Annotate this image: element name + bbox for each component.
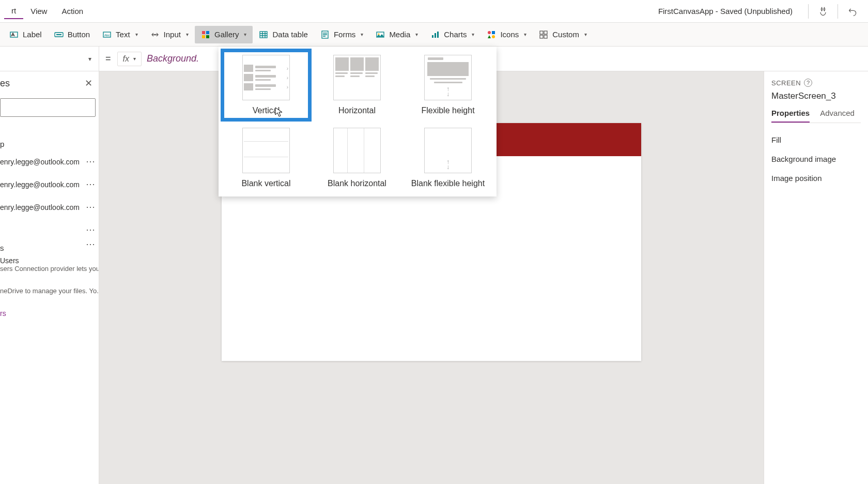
svg-rect-14 xyxy=(432,35,433,38)
equals-sign: = xyxy=(99,53,117,64)
divider xyxy=(838,4,838,19)
gallery-option-vertical[interactable]: › › › Vertical xyxy=(221,49,312,122)
app-checker-icon[interactable] xyxy=(818,6,828,17)
preview-blank-vertical xyxy=(242,128,290,173)
preview-vertical: › › › xyxy=(242,55,290,100)
ribbon-custom-text: Custom xyxy=(552,30,579,39)
more-icon[interactable]: ⋯ xyxy=(86,224,96,233)
svg-rect-7 xyxy=(206,31,209,34)
formula-input[interactable]: Background. xyxy=(147,53,199,64)
list-item[interactable]: enry.legge@outlook.com⋯ xyxy=(0,196,99,219)
svg-rect-24 xyxy=(544,35,547,38)
ribbon-datatable[interactable]: Data table xyxy=(253,26,314,43)
prop-background-image[interactable]: Background image xyxy=(771,149,861,169)
ribbon-charts[interactable]: Charts ▾ xyxy=(424,26,481,43)
screen-name: MasterScreen_3 xyxy=(771,91,861,101)
ribbon-forms[interactable]: Forms ▾ xyxy=(314,26,370,43)
chevron-down-icon: ▾ xyxy=(584,32,587,37)
ribbon-datatable-text: Data table xyxy=(272,30,307,39)
svg-point-17 xyxy=(488,31,491,34)
svg-rect-2 xyxy=(56,34,61,35)
media-icon xyxy=(376,30,385,39)
gallery-option-blank-horizontal[interactable]: Blank horizontal xyxy=(312,122,402,194)
gallery-option-blank-flexible[interactable]: ↑ ↓ Blank flexible height xyxy=(402,122,493,194)
ribbon-button[interactable]: Button xyxy=(48,26,96,43)
list-item[interactable]: Users sers Connection provider lets you … xyxy=(0,254,99,280)
prop-image-position[interactable]: Image position xyxy=(771,169,861,188)
gallery-option-blank-vertical[interactable]: Blank vertical xyxy=(221,122,312,194)
ribbon-input-text: Input xyxy=(164,30,181,39)
help-icon[interactable]: ? xyxy=(804,79,812,87)
undo-icon[interactable] xyxy=(847,6,858,17)
option-label: Blank flexible height xyxy=(411,178,485,188)
preview-horizontal xyxy=(333,55,381,100)
svg-point-5 xyxy=(154,34,156,35)
menu-tab-insert[interactable]: rt xyxy=(4,3,23,19)
svg-marker-19 xyxy=(488,35,491,38)
more-icon[interactable]: ⋯ xyxy=(86,178,96,190)
list-item[interactable]: enry.legge@outlook.com⋯ xyxy=(0,150,99,173)
gallery-option-flexible[interactable]: ↑ ↓ Flexible height xyxy=(402,49,493,122)
property-selector[interactable]: ▾ xyxy=(0,47,99,71)
more-icon[interactable]: ⋯ xyxy=(86,201,96,213)
list-item[interactable]: s⋯ xyxy=(0,233,99,254)
ribbon-media-text: Media xyxy=(389,30,410,39)
ribbon-custom[interactable]: Custom ▾ xyxy=(533,26,593,43)
fx-button[interactable]: fx ▾ xyxy=(117,52,142,66)
chevron-down-icon: ▾ xyxy=(88,55,91,63)
list-item[interactable]: neDrive to manage your files. Yo... xyxy=(0,280,99,302)
option-label: Flexible height xyxy=(421,105,474,115)
search-input[interactable] xyxy=(0,98,96,117)
data-sources-panel: es ✕ p enry.legge@outlook.com⋯ enry.legg… xyxy=(0,71,99,484)
preview-blank-horizontal xyxy=(333,128,381,173)
close-icon[interactable]: ✕ xyxy=(85,78,92,89)
menubar: rt View Action FirstCanvasApp - Saved (U… xyxy=(0,0,868,23)
section-label: SCREEN ? xyxy=(771,79,861,87)
fx-label: fx xyxy=(123,54,129,64)
ribbon-media[interactable]: Media ▾ xyxy=(369,26,424,43)
menu-tab-action[interactable]: Action xyxy=(54,4,90,19)
chevron-down-icon: ▾ xyxy=(186,32,189,37)
tab-advanced[interactable]: Advanced xyxy=(820,109,855,123)
input-icon xyxy=(150,30,160,39)
option-label: Blank horizontal xyxy=(328,178,386,188)
forms-icon xyxy=(320,30,330,39)
arrow-down-icon: ↓ xyxy=(446,163,450,171)
svg-rect-10 xyxy=(260,32,267,38)
svg-rect-22 xyxy=(544,31,547,34)
ribbon-input[interactable]: Input ▾ xyxy=(144,26,195,43)
chevron-down-icon: ▾ xyxy=(524,32,526,37)
svg-rect-15 xyxy=(435,33,436,38)
more-icon[interactable]: ⋯ xyxy=(86,238,96,250)
svg-point-20 xyxy=(492,35,495,38)
gallery-dropdown: › › › Vertical Horizontal ↑ ↓ Flexible h… xyxy=(219,47,497,196)
custom-icon xyxy=(539,30,548,39)
label-icon xyxy=(9,30,19,39)
list-item[interactable]: p xyxy=(0,129,99,150)
chevron-down-icon: ▾ xyxy=(472,32,474,37)
gallery-option-horizontal[interactable]: Horizontal xyxy=(312,49,402,122)
menu-tab-view[interactable]: View xyxy=(23,4,54,19)
charts-icon xyxy=(430,30,440,39)
panel-title: es xyxy=(0,78,10,89)
ribbon-text[interactable]: Abc Text ▾ xyxy=(96,26,144,43)
chevron-down-icon: ▾ xyxy=(361,32,363,37)
ribbon-icons[interactable]: Icons ▾ xyxy=(481,26,533,43)
ribbon-charts-text: Charts xyxy=(444,30,467,39)
ribbon-gallery[interactable]: Gallery ▾ xyxy=(195,26,253,43)
button-icon xyxy=(54,30,64,39)
ribbon-icons-text: Icons xyxy=(500,30,519,39)
list-item[interactable]: enry.legge@outlook.com⋯ xyxy=(0,173,99,196)
prop-fill[interactable]: Fill xyxy=(771,130,861,149)
ribbon-gallery-text: Gallery xyxy=(214,30,239,39)
preview-blank-flexible: ↑ ↓ xyxy=(424,128,472,173)
tab-properties[interactable]: Properties xyxy=(771,109,810,123)
svg-rect-9 xyxy=(206,35,209,38)
list-item[interactable]: rs xyxy=(0,302,99,325)
ribbon-label[interactable]: Label xyxy=(3,26,48,43)
svg-rect-18 xyxy=(492,31,495,34)
list-item[interactable]: ⋯ xyxy=(0,219,99,233)
chevron-down-icon: ▾ xyxy=(415,32,418,37)
more-icon[interactable]: ⋯ xyxy=(86,156,96,167)
svg-text:Abc: Abc xyxy=(104,34,110,37)
